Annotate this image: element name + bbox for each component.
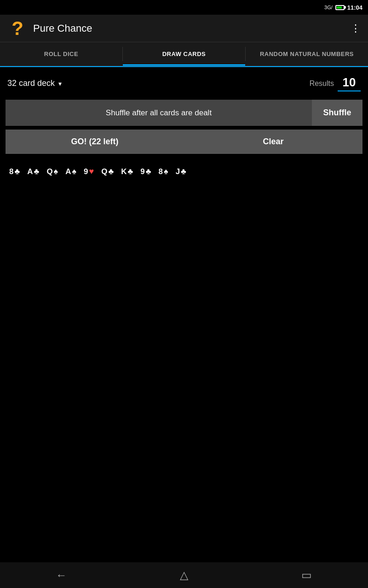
- status-bar: 3G/ 11:04: [0, 0, 368, 15]
- cards-row: 8♣A♣Q♠A♠9♥Q♣K♣9♣8♠J♣: [6, 161, 362, 182]
- go-button[interactable]: GO! (22 left): [6, 130, 184, 154]
- battery-icon: [335, 5, 345, 10]
- deck-row: 32 card deck ▾ Results 10: [6, 73, 362, 94]
- app-bar: ? Pure Chance ⋮: [0, 15, 368, 42]
- card-item: Q♠: [43, 163, 62, 180]
- card-suit-icon: ♣: [34, 167, 40, 176]
- card-item: 8♣: [6, 163, 23, 180]
- tab-draw-cards[interactable]: DRAW CARDS: [123, 42, 245, 66]
- results-input[interactable]: 10: [338, 75, 361, 91]
- card-suit-icon: ♣: [146, 167, 151, 176]
- card-value: Q: [101, 167, 107, 176]
- more-options-icon[interactable]: ⋮: [351, 23, 361, 34]
- signal-icon: 3G/: [324, 5, 333, 10]
- card-suit-icon: ♣: [14, 167, 20, 176]
- card-item: 8♠: [155, 163, 172, 180]
- shuffle-description-button[interactable]: Shuffle after all cards are dealt: [6, 100, 312, 126]
- card-value: A: [65, 167, 71, 176]
- card-suit-icon: ♣: [108, 167, 114, 176]
- card-value: 9: [140, 167, 144, 176]
- results-row: Results 10: [310, 75, 361, 91]
- card-item: 9♥: [80, 163, 98, 180]
- tab-bar: ROLL DICE DRAW CARDS RANDOM NATURAL NUMB…: [0, 42, 368, 66]
- card-value: 9: [84, 167, 88, 176]
- card-value: J: [176, 167, 180, 176]
- card-suit-icon: ♠: [164, 167, 168, 176]
- card-suit-icon: ♠: [72, 167, 76, 176]
- shuffle-row: Shuffle after all cards are dealt Shuffl…: [6, 100, 362, 126]
- main-content: 32 card deck ▾ Results 10 Shuffle after …: [0, 67, 368, 187]
- deck-dropdown-icon: ▾: [58, 80, 62, 87]
- navigation-bar: ← △ ▭: [0, 562, 368, 588]
- tab-random-numbers[interactable]: RANDOM NATURAL NUMBERS: [246, 42, 368, 66]
- card-suit-icon: ♠: [54, 167, 58, 176]
- card-value: 8: [9, 167, 13, 176]
- card-item: A♠: [62, 163, 80, 180]
- shuffle-button[interactable]: Shuffle: [312, 100, 362, 126]
- card-value: A: [27, 167, 33, 176]
- card-item: 9♣: [137, 163, 155, 180]
- deck-selector[interactable]: 32 card deck ▾: [7, 79, 62, 88]
- question-mark-icon: ?: [12, 19, 23, 38]
- clear-button[interactable]: Clear: [184, 130, 362, 154]
- deck-label: 32 card deck: [7, 79, 55, 88]
- recent-apps-button[interactable]: ▭: [293, 566, 321, 584]
- card-item: J♣: [172, 163, 190, 180]
- card-suit-icon: ♣: [128, 167, 133, 176]
- results-label: Results: [310, 79, 334, 88]
- action-row: GO! (22 left) Clear: [6, 130, 362, 154]
- app-icon: ?: [7, 18, 28, 39]
- card-item: A♣: [23, 163, 43, 180]
- card-item: Q♣: [98, 163, 117, 180]
- card-value: 8: [159, 167, 163, 176]
- card-value: Q: [46, 167, 52, 176]
- card-suit-icon: ♥: [89, 167, 94, 176]
- tab-roll-dice[interactable]: ROLL DICE: [0, 42, 122, 66]
- card-value: K: [121, 167, 126, 176]
- time-display: 11:04: [347, 4, 362, 11]
- card-suit-icon: ♣: [181, 167, 186, 176]
- home-button[interactable]: △: [170, 566, 198, 584]
- back-button[interactable]: ←: [47, 566, 75, 584]
- card-item: K♣: [117, 163, 137, 180]
- app-title: Pure Chance: [33, 23, 351, 34]
